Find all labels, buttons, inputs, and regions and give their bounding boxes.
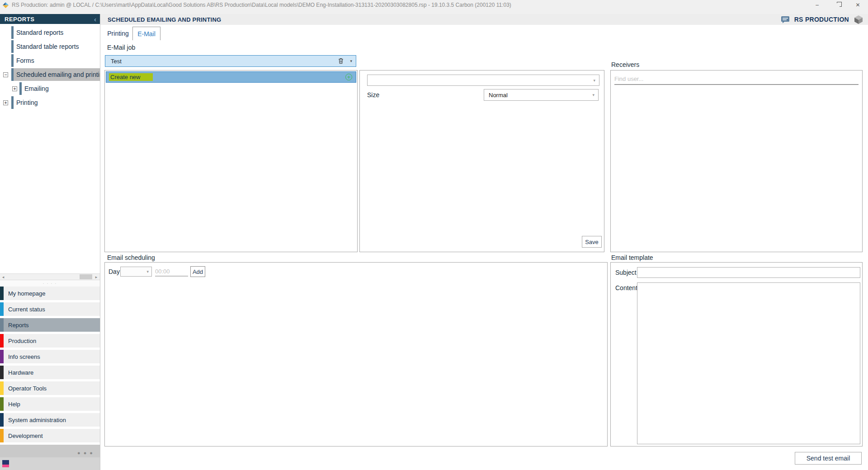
collapse-expander-icon[interactable]: − (3, 72, 8, 77)
size-combobox[interactable]: Normal ▾ (484, 89, 599, 101)
nav-color-bar (0, 287, 4, 300)
tree-bar (11, 26, 14, 39)
tree-bar (11, 68, 14, 81)
delete-job-trash-icon[interactable] (338, 58, 344, 64)
tree-bar (11, 40, 14, 53)
chevron-down-icon: ▾ (146, 269, 149, 274)
scroll-left-icon[interactable]: ◂ (0, 274, 6, 280)
nav-item-system-administration[interactable]: System administration (0, 413, 100, 427)
expand-expander-icon[interactable]: + (3, 100, 8, 105)
email-scheduling-panel: Day ▾ Add (104, 262, 608, 446)
tab-printing[interactable]: Printing (105, 27, 131, 40)
email-scheduling-label: Email scheduling (107, 254, 155, 261)
save-button[interactable]: Save (582, 236, 602, 248)
nav-footer: ● ● ● (0, 445, 100, 457)
app-logo-icon (2, 2, 9, 9)
job-detail-panel: ▾ Size Normal ▾ Save (359, 70, 604, 252)
expand-expander-icon[interactable]: + (12, 86, 17, 91)
sidebar-title: REPORTS (5, 16, 94, 23)
chat-icon (781, 16, 790, 24)
email-template-label: Email template (611, 254, 653, 261)
scrollbar-thumb[interactable] (80, 274, 92, 279)
day-label: Day (108, 268, 120, 275)
sidebar-splitter[interactable]: · · · · (0, 280, 100, 287)
nav-item-development[interactable]: Development (0, 429, 100, 442)
email-job-label: E-Mail job (107, 44, 135, 51)
add-schedule-button[interactable]: Add (190, 266, 205, 277)
tree-item-emailing[interactable]: + Emailing (19, 82, 100, 95)
tree-item-scheduled-emailing-and-printing[interactable]: − Scheduled emailing and printing (11, 68, 100, 81)
send-test-email-button[interactable]: Send test email (795, 452, 862, 465)
email-template-panel: Subject Content (610, 262, 863, 446)
chevron-down-icon[interactable]: ▾ (350, 59, 352, 63)
tree-item-forms[interactable]: Forms (11, 54, 100, 67)
size-label: Size (367, 91, 379, 99)
report-combobox[interactable]: ▾ (367, 75, 599, 86)
chevron-down-icon: ▾ (592, 93, 594, 97)
email-job-value: Test (111, 58, 338, 65)
tree-item-printing[interactable]: + Printing (11, 96, 100, 109)
content-label: Content (615, 284, 637, 291)
chevron-down-icon: ▾ (593, 78, 595, 83)
scroll-right-icon[interactable]: ▸ (93, 274, 99, 280)
receivers-panel (610, 70, 863, 252)
subject-input[interactable] (637, 267, 860, 278)
time-input[interactable] (155, 267, 188, 277)
main-navigation: My homepage Current status Reports Produ… (0, 287, 100, 445)
receivers-label: Receivers (611, 61, 639, 68)
day-combobox[interactable]: ▾ (120, 267, 152, 277)
minimize-button[interactable]: – (807, 0, 827, 10)
nav-color-bar (0, 318, 4, 332)
tree-bar (11, 96, 14, 109)
splitter-dots-icon: · · · · (43, 282, 57, 286)
sidebar-collapse-icon[interactable]: ‹ (94, 16, 96, 23)
nav-color-bar (0, 350, 4, 363)
tree-bar (19, 82, 22, 95)
close-button[interactable]: ✕ (848, 0, 868, 10)
sidebar-status-strip (0, 457, 100, 470)
email-job-combobox[interactable]: Test ▾ (105, 55, 356, 67)
tree-item-standard-table-reports[interactable]: Standard table reports (11, 40, 100, 53)
nav-item-current-status[interactable]: Current status (0, 302, 100, 316)
window-title: RS Production: admin @ LOCAL / C:\Users\… (12, 2, 807, 8)
nav-item-production[interactable]: Production (0, 334, 100, 348)
email-tab-content: Printing E-Mail E-Mail job Test ▾ Create… (100, 25, 868, 470)
reports-tree: Standard reports Standard table reports … (0, 24, 100, 273)
top-strip (0, 10, 868, 14)
title-bar: RS Production: admin @ LOCAL / C:\Users\… (0, 0, 868, 10)
tree-horizontal-scrollbar[interactable]: ◂ ▸ (0, 273, 100, 280)
nav-color-bar (0, 366, 4, 379)
subject-label: Subject (615, 269, 637, 276)
nav-item-info-screens[interactable]: Info screens (0, 350, 100, 363)
nav-item-operator-tools[interactable]: Operator Tools (0, 381, 100, 395)
brand-name: RS PRODUCTION (794, 16, 849, 23)
nav-color-bar (0, 429, 4, 442)
cube-logo-icon (854, 14, 863, 24)
content-textarea[interactable] (637, 282, 860, 444)
sidebar: REPORTS ‹ Standard reports Standard tabl… (0, 14, 100, 470)
nav-color-bar (0, 302, 4, 316)
tree-bar (11, 54, 14, 67)
restore-icon (835, 3, 840, 7)
find-user-input[interactable] (614, 73, 859, 85)
locale-flag-icon (2, 460, 9, 467)
nav-item-reports[interactable]: Reports (0, 318, 100, 332)
nav-item-hardware[interactable]: Hardware (0, 366, 100, 379)
sidebar-header: REPORTS ‹ (0, 14, 100, 24)
nav-color-bar (0, 334, 4, 348)
nav-color-bar (0, 381, 4, 395)
nav-item-my-homepage[interactable]: My homepage (0, 287, 100, 300)
restore-button[interactable] (827, 0, 848, 10)
nav-color-bar (0, 397, 4, 411)
tree-item-standard-reports[interactable]: Standard reports (11, 26, 100, 39)
brand-area: RS PRODUCTION (781, 14, 863, 24)
nav-item-help[interactable]: Help (0, 397, 100, 411)
size-value: Normal (489, 92, 592, 99)
nav-overflow-icon[interactable]: ● ● ● (77, 450, 94, 456)
nav-color-bar (0, 413, 4, 427)
add-job-plus-icon[interactable]: + (345, 74, 352, 80)
create-new-job-row[interactable]: Create new + (106, 71, 356, 83)
email-job-list: Create new + (104, 70, 358, 252)
create-new-label: Create new (109, 73, 153, 81)
tab-email[interactable]: E-Mail (132, 27, 160, 40)
